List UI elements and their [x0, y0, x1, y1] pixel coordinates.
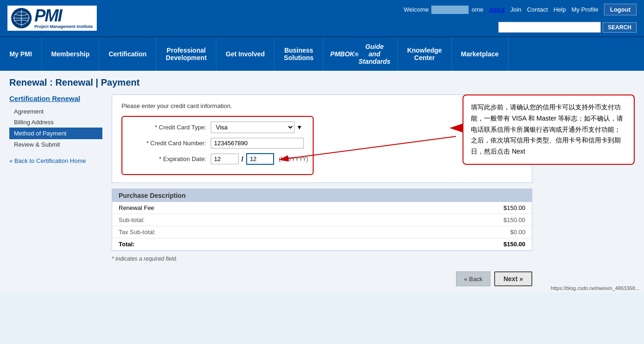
search-input[interactable] [498, 22, 601, 33]
expiry-row: * Expiration Date: / (MM/YYYY) [127, 153, 308, 165]
subtotal-amount: $150.00 [488, 216, 525, 223]
back-to-certification[interactable]: « Back to Certification Home [9, 157, 102, 164]
page-title: Renewal : Renewal | Payment [9, 77, 635, 88]
sidebar-item-review[interactable]: Review & Submit [9, 139, 102, 150]
nav-membership[interactable]: Membership [42, 37, 99, 71]
welcome-input[interactable] [431, 6, 469, 14]
nav-marketplace[interactable]: Marketplace [452, 37, 509, 71]
logo-text: PMI [34, 7, 93, 24]
back-button[interactable]: « Back [456, 271, 490, 286]
main-navigation: My PMI Membership Certification Professi… [0, 36, 644, 71]
card-number-row: * Credit Card Number: [127, 138, 308, 148]
dropdown-arrow: ▼ [296, 124, 302, 131]
nav-help[interactable]: Help [553, 6, 566, 13]
annotation-balloon: 填写此步前，请确认您的信用卡可以支持外币支付功能，一般带有 VISA 和 Mas… [463, 94, 635, 165]
nav-myprofile[interactable]: My Profile [571, 6, 598, 13]
next-button[interactable]: Next » [494, 271, 532, 286]
nav-knowledge-center[interactable]: KnowledgeCenter [398, 37, 452, 71]
purchase-header: Purchase Description [112, 189, 532, 202]
sidebar-item-agreement[interactable]: Agreement [9, 106, 102, 117]
logo: PMI Project Management Institute [7, 6, 97, 31]
tax-amount: $0.00 [488, 229, 525, 236]
nav-business-solutions[interactable]: BusinessSolutions [275, 37, 323, 71]
home-link[interactable]: ome [471, 6, 483, 13]
card-type-select[interactable]: Visa MasterCard American Express Discove… [211, 121, 295, 133]
purchase-section: Purchase Description Renewal Fee $150.00… [112, 189, 532, 251]
nav-pmbok[interactable]: PMBOK® Guideand Standards [323, 37, 398, 71]
card-type-label: * Credit Card Type: [127, 124, 211, 131]
purchase-row-desc: Renewal Fee [119, 204, 154, 211]
search-button[interactable]: SEARCH [603, 22, 637, 33]
sidebar: Certification Renewal Agreement Billing … [9, 94, 102, 286]
subtotal-label: Sub-total: [119, 216, 145, 223]
logout-button[interactable]: Logout [604, 4, 637, 15]
nav-get-involved[interactable]: Get Involved [216, 37, 275, 71]
card-type-row: * Credit Card Type: Visa MasterCard Amer… [127, 121, 308, 133]
balloon-text: 填写此步前，请确认您的信用卡可以支持外币支付功能，一般带有 VISA 和 Mas… [471, 103, 623, 155]
purchase-row-tax: Tax Sub-total: $0.00 [112, 226, 532, 238]
logo-subtitle: Project Management Institute [34, 24, 93, 29]
welcome-label: Welcome [404, 6, 429, 13]
nav-certification[interactable]: Certification [99, 37, 156, 71]
expiry-separator: / [242, 155, 243, 163]
expiry-format-hint: (MM/YYYY) [279, 156, 308, 162]
card-number-input[interactable] [211, 138, 304, 148]
total-amount: $150.00 [488, 241, 525, 248]
purchase-row-fee: Renewal Fee $150.00 [112, 202, 532, 214]
credit-card-fields-box: * Credit Card Type: Visa MasterCard Amer… [121, 116, 314, 175]
nav-mypmi[interactable]: My PMI [0, 37, 42, 71]
purchase-row-subtotal: Sub-total: $150.00 [112, 214, 532, 226]
required-note: * indicates a required field. [112, 256, 532, 262]
card-number-label: * Credit Card Number: [127, 140, 211, 147]
expiry-month-input[interactable] [211, 154, 239, 164]
purchase-row-amount: $150.00 [488, 204, 525, 211]
total-label: Total: [119, 241, 134, 248]
sidebar-section-title: Certification Renewal [9, 94, 102, 102]
footer-url: https://blog.csdn.net/weixin_4863368... [551, 285, 639, 291]
nav-professional-dev[interactable]: ProfessionalDevelopment [156, 37, 216, 71]
expiry-label: * Expiration Date: [127, 155, 211, 162]
nav-join[interactable]: Join [510, 6, 522, 13]
expiry-year-input[interactable] [246, 153, 274, 165]
nav-contact[interactable]: Contact [527, 6, 548, 13]
sidebar-item-payment[interactable]: Method of Payment [9, 128, 102, 139]
tax-label: Tax Sub-total: [119, 229, 156, 236]
purchase-row-total: Total: $150.00 [112, 238, 532, 250]
sidebar-item-billing[interactable]: Billing Address [9, 117, 102, 128]
nav-about[interactable]: About [489, 6, 505, 13]
